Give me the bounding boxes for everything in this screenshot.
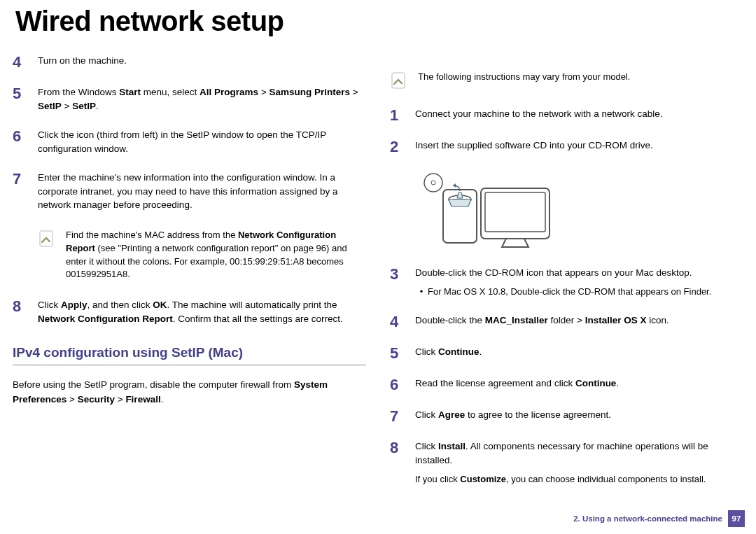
bold: Network Configuration Report bbox=[38, 314, 173, 324]
bold: Firewall bbox=[125, 394, 160, 405]
bold: Apply bbox=[61, 300, 88, 310]
step-number: 5 bbox=[390, 345, 415, 361]
bold: Security bbox=[78, 394, 115, 405]
svg-point-3 bbox=[431, 181, 435, 185]
note-text: The following instructions may vary from… bbox=[418, 71, 630, 90]
svg-rect-8 bbox=[485, 192, 545, 232]
text: Read the license agreement and click bbox=[415, 378, 575, 388]
bold: Continue bbox=[575, 378, 617, 388]
text: Before using the SetIP program, disable … bbox=[13, 379, 294, 390]
step-number: 6 bbox=[390, 377, 415, 393]
step-7: 7 Enter the machine's new information in… bbox=[13, 171, 366, 212]
step-text: Double-click the MAC_Installer folder > … bbox=[415, 314, 743, 330]
step-5: 5 From the Windows Start menu, select Al… bbox=[13, 85, 366, 113]
step-number: 4 bbox=[390, 314, 415, 330]
text: Click bbox=[415, 346, 438, 357]
step-number: 5 bbox=[13, 85, 38, 113]
step-6: 6 Click the icon (third from left) in th… bbox=[13, 128, 366, 155]
step-text: Click Continue. bbox=[415, 345, 743, 361]
text: Click bbox=[415, 409, 438, 420]
text: , you can choose individual components t… bbox=[506, 474, 706, 484]
text: Find the machine's MAC address from the bbox=[66, 230, 238, 240]
text: > bbox=[66, 394, 77, 405]
chapter-label: 2. Using a network-connected machine bbox=[573, 514, 722, 523]
bold: Installer OS X bbox=[585, 315, 647, 325]
bold: Customize bbox=[460, 474, 506, 484]
text: . bbox=[616, 378, 619, 388]
right-column: The following instructions may vary from… bbox=[390, 54, 743, 501]
step-8: 8 Click Apply, and then click OK. The ma… bbox=[13, 298, 366, 325]
text: For Mac OS X 10.8, Double-click the CD-R… bbox=[428, 286, 711, 299]
page-footer: 2. Using a network-connected machine 97 bbox=[573, 510, 745, 527]
step-8-right: 8 Click Install. All components necessar… bbox=[390, 440, 743, 486]
step-text: Double-click the CD-ROM icon that appear… bbox=[415, 266, 743, 298]
step-4-right: 4 Double-click the MAC_Installer folder … bbox=[390, 314, 743, 330]
step-text: Turn on the machine. bbox=[38, 54, 366, 70]
left-column: 4 Turn on the machine. 5 From the Window… bbox=[13, 54, 366, 501]
bold: OK bbox=[153, 300, 167, 310]
step-4: 4 Turn on the machine. bbox=[13, 54, 366, 70]
step-5-right: 5 Click Continue. bbox=[390, 345, 743, 361]
step-number: 4 bbox=[13, 54, 38, 70]
bold: Install bbox=[438, 441, 465, 451]
text: Click bbox=[38, 300, 61, 310]
bold: SetIP bbox=[38, 101, 62, 111]
text: > bbox=[115, 394, 125, 405]
text: folder > bbox=[548, 315, 585, 325]
step-text: Click Agree to agree to the license agre… bbox=[415, 408, 743, 424]
text: If you click bbox=[415, 474, 460, 484]
step-text: Click the icon (third from left) in the … bbox=[38, 128, 366, 155]
note-text: Find the machine's MAC address from the … bbox=[66, 229, 366, 281]
step-6-right: 6 Read the license agreement and click C… bbox=[390, 377, 743, 393]
step-text: Click Apply, and then click OK. The mach… bbox=[38, 298, 366, 325]
step-number: 2 bbox=[390, 139, 415, 155]
text: . Confirm that all the settings are corr… bbox=[173, 314, 343, 324]
step-text: Read the license agreement and click Con… bbox=[415, 377, 743, 393]
step-number: 8 bbox=[13, 298, 38, 325]
step-number: 1 bbox=[390, 107, 415, 123]
bullet-item: For Mac OS X 10.8, Double-click the CD-R… bbox=[415, 286, 743, 299]
text: (see "Printing a network configuration r… bbox=[66, 243, 347, 280]
page-title: Wired network setup bbox=[0, 0, 756, 41]
bold: All Programs bbox=[200, 87, 258, 97]
step-2: 2 Insert the supplied software CD into y… bbox=[390, 139, 743, 155]
step-number: 7 bbox=[390, 408, 415, 424]
note-icon bbox=[38, 230, 56, 248]
text: to agree to the license agreement. bbox=[465, 409, 611, 420]
page-number: 97 bbox=[728, 510, 745, 527]
bold: Samsung Printers bbox=[270, 87, 351, 97]
section-rule bbox=[13, 365, 366, 365]
text: Click bbox=[415, 441, 438, 451]
bold: SetIP bbox=[72, 101, 96, 111]
step-number: 3 bbox=[390, 266, 415, 298]
step-text: Click Install. All components necessary … bbox=[415, 440, 743, 486]
bold: MAC_Installer bbox=[485, 315, 548, 325]
bold: Agree bbox=[438, 409, 465, 420]
svg-point-2 bbox=[424, 174, 442, 192]
step-text: Enter the machine's new information into… bbox=[38, 171, 366, 212]
bold: Start bbox=[119, 87, 141, 97]
text: Double-click the CD-ROM icon that appear… bbox=[415, 267, 692, 278]
text: > bbox=[62, 101, 72, 111]
svg-marker-6 bbox=[453, 183, 456, 188]
text: > bbox=[350, 87, 358, 97]
text: . bbox=[479, 346, 482, 357]
step-7-right: 7 Click Agree to agree to the license ag… bbox=[390, 408, 743, 424]
cd-computer-illustration bbox=[418, 170, 743, 253]
bold: Continue bbox=[438, 346, 479, 357]
text: . bbox=[96, 101, 99, 111]
text: Double-click the bbox=[415, 315, 485, 325]
text: From the Windows bbox=[38, 87, 119, 97]
note-block: Find the machine's MAC address from the … bbox=[38, 229, 366, 281]
text: > bbox=[258, 87, 269, 97]
section-heading: IPv4 configuration using SetIP (Mac) bbox=[13, 345, 366, 360]
text: , and then click bbox=[88, 300, 153, 310]
step-1: 1 Connect your machine to the network wi… bbox=[390, 107, 743, 123]
note-block: The following instructions may vary from… bbox=[390, 71, 743, 90]
step-number: 8 bbox=[390, 440, 415, 486]
text: . bbox=[161, 394, 164, 405]
step-text: Insert the supplied software CD into you… bbox=[415, 139, 743, 155]
text: icon. bbox=[647, 315, 669, 325]
sub-text: If you click Customize, you can choose i… bbox=[415, 473, 743, 486]
step-text: From the Windows Start menu, select All … bbox=[38, 85, 366, 113]
